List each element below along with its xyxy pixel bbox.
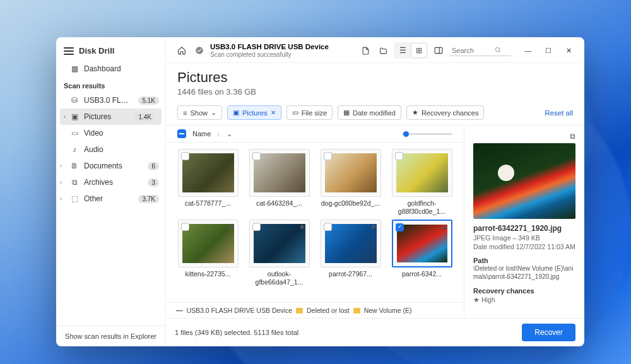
thumbnail-checkbox[interactable] (181, 152, 189, 160)
thumbnail-filename: goldfinch-g88f30cd0e_1... (391, 199, 454, 216)
remove-chip-icon[interactable]: ✕ (271, 109, 276, 116)
thumbnail-checkbox[interactable] (252, 152, 261, 160)
thumbnail-box: ★ (321, 220, 381, 267)
popout-icon[interactable]: ⧉ (570, 132, 575, 141)
filter-chip-date[interactable]: ▦ Date modified (338, 105, 401, 120)
sidebar-item-video[interactable]: ▭Video (56, 125, 165, 141)
thumbnail-box: ★ (249, 220, 310, 267)
main-pane: USB3.0 FLASH DRIVE USB Device Scan compl… (166, 37, 584, 346)
page-title: Pictures (177, 69, 573, 86)
thumbnail-checkbox[interactable] (395, 152, 403, 160)
view-grid-icon[interactable]: ⊞ (411, 44, 427, 57)
sidebar-item-label: USB3.0 FLASH DRIVE US... (84, 96, 133, 105)
app-title-row: Disk Drill (56, 37, 165, 61)
zoom-thumb[interactable] (403, 131, 409, 137)
thumbnail-filename: parrot-6342... (402, 270, 442, 278)
count-badge: 1.4K (134, 113, 155, 121)
sidebar-item-usb[interactable]: ⛁USB3.0 FLASH DRIVE US...5.1K (56, 92, 165, 109)
content-header: Pictures 1446 files on 3.36 GB (166, 63, 584, 100)
count-badge: 3.7K (138, 195, 159, 203)
close-button[interactable]: ✕ (559, 43, 578, 58)
show-dropdown[interactable]: ≡ Show ⌄ (177, 105, 222, 120)
chevron-right-icon: › (60, 179, 62, 185)
sidebar-item-documents[interactable]: ›🗎Documents6 (56, 158, 165, 174)
select-all-checkbox[interactable] (177, 129, 186, 138)
thumbnail-item[interactable]: dog-gc080be92d_... (317, 149, 384, 216)
file-icon: ▭ (292, 109, 298, 117)
footer-bar: 1 files (349 KB) selected. 5113 files to… (166, 318, 584, 346)
sidebar-item-audio[interactable]: ♪Audio (56, 141, 165, 158)
sidebar-item-pictures[interactable]: ›▣Pictures1.4K (60, 109, 162, 125)
preview-path: \Deleted or lost\New Volume (E)\animals\… (473, 264, 575, 281)
view-list-icon[interactable]: ☰ (395, 44, 410, 57)
preview-filename: parrot-6342271_1920.jpg (473, 224, 575, 233)
grid-pane: Name ↓ ⌄ cat-5778777_...cat-6463284_...d… (166, 126, 464, 318)
sidebar-section-header: Scan results (56, 77, 165, 92)
breadcrumb-segment[interactable]: New Volume (E) (364, 307, 412, 314)
home-icon[interactable] (175, 44, 189, 57)
reset-filters-link[interactable]: Reset all (545, 109, 573, 117)
breadcrumb-segment[interactable]: USB3.0 FLASH DRIVE USB Device (187, 307, 292, 314)
svg-line-4 (499, 51, 500, 52)
svg-rect-1 (435, 47, 442, 53)
chevron-right-icon: › (60, 196, 62, 202)
maximize-button[interactable]: ☐ (539, 43, 558, 58)
sidebar-item-other[interactable]: ›⬚Other3.7K (56, 191, 165, 207)
titlebar: USB3.0 FLASH DRIVE USB Device Scan compl… (166, 37, 584, 63)
star-icon: ★ (440, 223, 448, 232)
star-icon: ★ (298, 222, 306, 232)
chip-label: Recovery chances (422, 109, 479, 117)
recover-button[interactable]: Recover (522, 324, 575, 341)
folder-icon[interactable] (376, 44, 390, 57)
chip-label: File size (302, 109, 327, 117)
page-subtitle: 1446 files on 3.36 GB (177, 87, 573, 97)
sidebar-footer-link[interactable]: Show scan results in Explorer (56, 326, 165, 346)
thumbnail-item[interactable]: cat-6463284_... (246, 149, 312, 216)
chevron-down-icon[interactable]: ⌄ (227, 130, 232, 138)
thumbnail-item[interactable]: goldfinch-g88f30cd0e_1... (389, 149, 455, 216)
star-icon: ★ (370, 222, 377, 232)
thumbnail-checkbox[interactable] (324, 223, 332, 231)
zoom-slider[interactable] (402, 133, 452, 135)
file-icon[interactable] (358, 44, 372, 57)
thumbnail-box (249, 149, 310, 197)
zoom-track (402, 133, 452, 135)
sidebar: Disk Drill ▦ Dashboard Scan results ⛁USB… (56, 37, 166, 346)
sidebar-item-dashboard[interactable]: ▦ Dashboard (56, 61, 165, 77)
search-input[interactable] (452, 47, 492, 54)
menu-icon[interactable] (64, 47, 74, 55)
image-icon: ▣ (233, 109, 239, 117)
sort-arrow-icon[interactable]: ↓ (217, 131, 220, 138)
search-field[interactable] (449, 45, 511, 56)
thumbnail-image (182, 153, 234, 192)
thumbnail-filename: outlook-gfbe66da47_1... (248, 270, 311, 286)
preview-date-modified: Date modified 12/7/2022 11:03 AM (473, 243, 575, 250)
minimize-button[interactable]: — (519, 43, 538, 58)
thumbnail-checkbox[interactable] (252, 223, 261, 231)
thumbnail-item[interactable]: cat-5778777_... (175, 149, 241, 216)
preview-pane: ⧉ parrot-6342271_1920.jpg JPEG Image – 3… (464, 126, 584, 318)
thumbnail-item[interactable]: ★parrot-27967... (317, 220, 384, 286)
thumbnail-box (321, 149, 381, 197)
count-badge: 5.1K (138, 97, 159, 105)
filter-chip-filesize[interactable]: ▭ File size (286, 105, 333, 120)
sidebar-item-archives[interactable]: ›⧉Archives3 (56, 174, 165, 191)
show-label: Show (190, 109, 208, 117)
preview-image (473, 143, 575, 219)
thumbnail-filename: cat-5778777_... (185, 199, 231, 208)
thumbnail-checkbox[interactable] (396, 223, 404, 232)
thumbnail-checkbox[interactable] (324, 152, 332, 160)
filter-chip-recovery[interactable]: ★ Recovery chances (406, 105, 485, 120)
pictures-icon: ▣ (70, 112, 79, 121)
filter-chip-pictures[interactable]: ▣ Pictures ✕ (227, 105, 281, 120)
panel-toggle-icon[interactable] (432, 44, 445, 57)
thumbnail-image (182, 224, 234, 263)
thumbnail-item[interactable]: ★parrot-6342... (389, 220, 455, 286)
thumbnail-image (397, 225, 447, 262)
breadcrumb-segment[interactable]: Deleted or lost (307, 307, 350, 314)
thumbnail-checkbox[interactable] (181, 223, 189, 231)
thumbnail-item[interactable]: ★outlook-gfbe66da47_1... (246, 220, 312, 286)
thumbnail-item[interactable]: ★kittens-22735... (175, 220, 241, 286)
thumbnail-image (325, 224, 377, 263)
thumbnail-box (178, 149, 239, 197)
